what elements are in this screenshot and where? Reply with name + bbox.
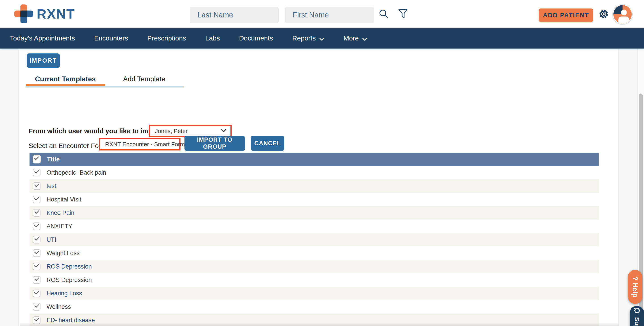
row-checkbox[interactable] [33, 236, 40, 244]
template-title[interactable]: Orthopedic- Back pain [46, 169, 106, 176]
table-row: Knee Pain [30, 206, 599, 220]
filter-icon [398, 16, 408, 20]
table-row: ED- heart disease [30, 314, 599, 326]
encounter-form-label: Select an Encounter Form: [28, 142, 108, 150]
row-checkbox[interactable] [33, 263, 40, 270]
table-row: UTI [30, 233, 599, 246]
page-content: IMPORT Current Templates Add Template Fr… [0, 48, 644, 326]
import-user-select[interactable]: Jones, Peter [149, 125, 232, 137]
template-title[interactable]: Knee Pain [46, 210, 74, 216]
chevron-down-icon [221, 129, 226, 133]
help-label: ? Help [631, 276, 639, 298]
rxnt-logo[interactable]: RXNT [14, 4, 75, 24]
support-tab[interactable]: Support [630, 306, 644, 326]
row-checkbox[interactable] [33, 196, 40, 203]
nav-item[interactable]: Prescriptions [147, 34, 186, 42]
support-label: Support [633, 317, 640, 326]
last-name-input[interactable] [190, 7, 278, 23]
title-column-header: Title [47, 156, 60, 163]
template-title[interactable]: test [46, 183, 56, 190]
main-nav: Today's Appointments Encounters Prescrip… [0, 28, 644, 48]
import-user-select-value: Jones, Peter [155, 128, 188, 134]
row-checkbox[interactable] [33, 182, 40, 190]
table-row: test [30, 179, 599, 193]
chevron-down-icon [319, 35, 324, 42]
nav-item[interactable]: Documents [239, 34, 273, 42]
table-row: Orthopedic- Back pain [30, 166, 599, 179]
nav-item[interactable]: Reports [292, 34, 324, 42]
row-checkbox[interactable] [33, 249, 40, 257]
help-tab[interactable]: ? Help [628, 270, 642, 304]
row-checkbox[interactable] [33, 222, 40, 230]
template-tabs: Current Templates Add Template [26, 72, 184, 88]
chat-bubble-icon [634, 307, 640, 314]
row-checkbox[interactable] [33, 209, 40, 217]
row-checkbox[interactable] [33, 316, 40, 324]
templates-table: Title Orthopedic- Back pain test [30, 153, 599, 326]
template-title[interactable]: Weight Loss [46, 250, 80, 257]
template-tab[interactable]: Current Templates [26, 72, 105, 88]
table-row: Hospital Visit [30, 193, 599, 206]
nav-item[interactable]: Today's Appointments [10, 34, 75, 42]
import-button[interactable]: IMPORT [26, 54, 60, 68]
template-title[interactable]: UTI [46, 236, 56, 243]
left-gutter [0, 48, 19, 326]
filter-button[interactable] [398, 8, 408, 20]
template-title[interactable]: ANXIETY [46, 223, 72, 230]
row-checkbox[interactable] [33, 276, 40, 284]
template-title[interactable]: Hearing Loss [46, 290, 82, 297]
template-tab[interactable]: Add Template [105, 72, 184, 88]
first-name-input[interactable] [285, 7, 374, 23]
template-title[interactable]: ED- heart disease [46, 317, 95, 324]
encounter-form-select[interactable]: RXNT Encounter - Smart Form [99, 138, 180, 150]
row-checkbox[interactable] [33, 169, 40, 176]
table-row: ROS Depression [30, 260, 599, 273]
table-header-row: Title [30, 153, 599, 166]
rxnt-cross-icon [14, 4, 34, 24]
table-row: Weight Loss [30, 246, 599, 260]
nav-item[interactable]: Labs [205, 34, 220, 42]
row-checkbox[interactable] [33, 303, 40, 310]
search-icon [378, 16, 389, 20]
chevron-down-icon [362, 35, 367, 42]
import-to-group-button[interactable]: IMPORT TO GROUP [184, 136, 245, 151]
row-checkbox[interactable] [33, 290, 40, 297]
table-row: Wellness [30, 300, 599, 314]
template-title[interactable]: Hospital Visit [46, 196, 82, 203]
table-row: ROS Depression [30, 273, 599, 287]
import-user-question: From which user would you like to import… [28, 127, 166, 135]
table-row: ANXIETY [30, 220, 599, 233]
table-row: Hearing Loss [30, 287, 599, 300]
nav-item[interactable]: Encounters [94, 34, 128, 42]
template-title[interactable]: ROS Depression [46, 276, 92, 284]
cancel-button[interactable]: CANCEL [251, 136, 284, 151]
brand-name: RXNT [37, 6, 75, 22]
encounter-form-select-value: RXNT Encounter - Smart Form [105, 141, 185, 148]
add-patient-button[interactable]: ADD PATIENT [539, 8, 593, 22]
settings-button[interactable] [598, 9, 609, 20]
search-button[interactable] [378, 8, 389, 20]
template-title[interactable]: ROS Depression [46, 263, 92, 270]
user-avatar[interactable] [613, 4, 632, 24]
top-header: RXNT ADD PATIENT [0, 0, 644, 28]
select-all-checkbox[interactable] [33, 155, 41, 164]
table-body: Orthopedic- Back pain test Hospital Visi… [30, 166, 599, 326]
nav-item[interactable]: More [344, 34, 367, 42]
gear-icon [598, 17, 609, 20]
templates-panel: IMPORT Current Templates Add Template Fr… [20, 48, 618, 326]
template-title[interactable]: Wellness [46, 304, 71, 310]
